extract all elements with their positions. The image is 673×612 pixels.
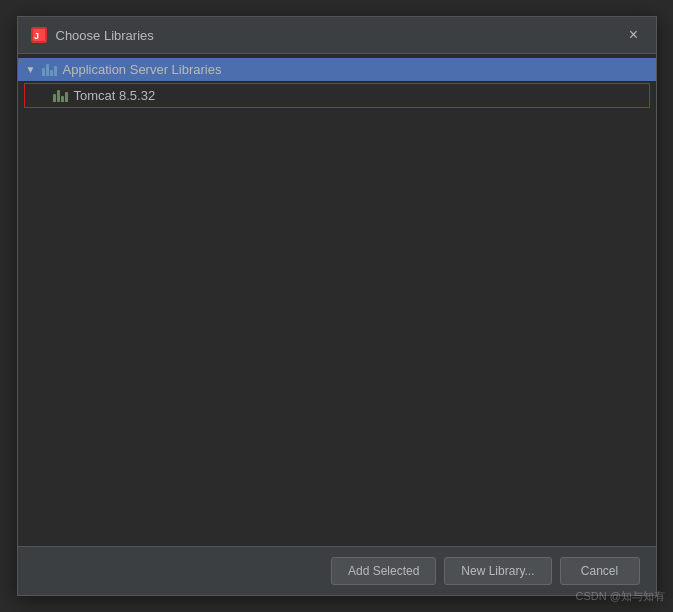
libraries-tree[interactable]: ▼ Application Server Libraries Tomcat 8.… [18, 54, 656, 546]
tree-child-tomcat[interactable]: Tomcat 8.5.32 [24, 83, 650, 108]
library-icon [42, 64, 57, 76]
tree-child-label: Tomcat 8.5.32 [74, 88, 156, 103]
dialog-title: Choose Libraries [56, 28, 624, 43]
choose-libraries-dialog: J Choose Libraries × ▼ Application Serve… [17, 16, 657, 596]
svg-text:J: J [34, 31, 39, 41]
dialog-footer: Add Selected New Library... Cancel [18, 546, 656, 595]
close-button[interactable]: × [624, 25, 644, 45]
tree-arrow-icon: ▼ [26, 64, 38, 75]
title-bar: J Choose Libraries × [18, 17, 656, 54]
tree-parent-label: Application Server Libraries [63, 62, 222, 77]
tomcat-library-icon [53, 90, 68, 102]
cancel-button[interactable]: Cancel [560, 557, 640, 585]
tree-parent-application-server-libraries[interactable]: ▼ Application Server Libraries [18, 58, 656, 81]
new-library-button[interactable]: New Library... [444, 557, 551, 585]
add-selected-button[interactable]: Add Selected [331, 557, 436, 585]
watermark: CSDN @知与知有 [576, 589, 665, 604]
dialog-icon: J [30, 26, 48, 44]
